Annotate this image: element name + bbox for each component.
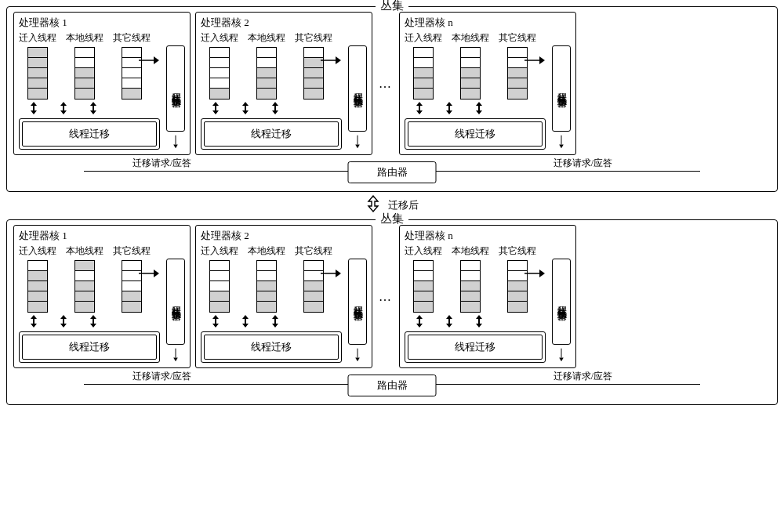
migration-request-response-label: 迁移请求/应答 (131, 370, 193, 383)
stack-label: 迁入线程 (19, 31, 56, 45)
stack-info-collector: 线程栈信息收集器 (348, 259, 367, 345)
stack-cell (257, 68, 276, 78)
stack-cell (28, 58, 47, 68)
core-title: 处理器核 n (405, 16, 571, 30)
thread-stack (256, 47, 277, 100)
thread-migration-box: 线程迁移 (201, 118, 342, 150)
stack-cell (257, 58, 276, 68)
stack-cell (257, 291, 276, 302)
router-row: 迁移请求/应答迁移请求/应答路由器 (13, 371, 771, 398)
thread-migration-box: 线程迁移 (19, 331, 160, 363)
stack-info-collector: 线程栈信息收集器 (166, 259, 185, 345)
stack-cell (461, 58, 480, 68)
stack-cell (304, 302, 323, 312)
stack-cell (304, 291, 323, 302)
stack-cell (257, 271, 276, 281)
up-down-arrow-icon (235, 314, 256, 328)
thread-stack-column: 本地线程 (66, 31, 103, 100)
stack-cell (304, 281, 323, 291)
stack-cell (75, 58, 94, 68)
right-arrow-icon (524, 55, 546, 66)
thread-migration-box: 线程迁移 (19, 118, 160, 150)
stack-cell (210, 78, 229, 89)
stack-cell (414, 68, 433, 78)
thread-stack-column: 本地线程 (452, 244, 489, 313)
stack-label: 其它线程 (113, 31, 151, 45)
up-down-arrow-icon (469, 314, 489, 328)
stack-label: 其它线程 (499, 244, 536, 258)
stack-cell (122, 302, 141, 312)
stack-cell (304, 89, 323, 99)
stack-cell (28, 281, 47, 291)
thread-stack (256, 260, 277, 313)
thread-stack-column: 迁入线程 (19, 31, 56, 100)
stack-cell (28, 271, 47, 281)
cluster: 丛集处理器核 1迁入线程本地线程其它线程线程迁移线程栈信息收集器处理器核 2迁入… (6, 6, 778, 192)
stack-cell (461, 281, 480, 291)
stack-info-collector: 线程栈信息收集器 (166, 45, 185, 132)
stack-cell (210, 291, 229, 302)
thread-migration-label: 线程迁移 (204, 335, 339, 360)
stack-cell (508, 89, 527, 99)
stack-cell (414, 48, 433, 58)
up-down-arrow-icon (24, 101, 44, 115)
stack-cell (210, 271, 229, 281)
stack-label: 其它线程 (499, 31, 536, 45)
stack-cell (304, 78, 323, 89)
thread-stack-column: 迁入线程 (405, 244, 442, 313)
stack-cell (508, 291, 527, 302)
up-down-arrow-icon (235, 101, 256, 115)
thread-migration-label: 线程迁移 (22, 121, 157, 147)
core-title: 处理器核 n (405, 229, 571, 243)
stack-cell (122, 281, 141, 291)
stack-cell (75, 78, 94, 89)
stack-cell (414, 261, 433, 271)
stack-cell (414, 281, 433, 291)
down-arrow-icon (170, 135, 181, 149)
stack-cell (210, 89, 229, 99)
thread-stack (460, 47, 481, 100)
stack-cell (461, 78, 480, 89)
stack-cell (28, 68, 47, 78)
stack-cell (210, 68, 229, 78)
down-arrow-icon (556, 348, 567, 362)
stack-cell (28, 302, 47, 312)
thread-stack-column: 本地线程 (66, 244, 103, 313)
core-title: 处理器核 2 (201, 229, 367, 243)
stack-cell (28, 291, 47, 302)
stack-label: 迁入线程 (201, 244, 238, 258)
stack-label: 其它线程 (295, 244, 332, 258)
stack-info-collector: 线程栈信息收集器 (552, 45, 571, 132)
stack-cell (257, 302, 276, 312)
right-arrow-icon (320, 55, 342, 66)
stack-label: 其它线程 (295, 31, 332, 45)
down-arrow-icon (352, 135, 363, 149)
right-arrow-icon (138, 268, 160, 279)
stack-cell (461, 291, 480, 302)
stack-cell (461, 89, 480, 99)
thread-stack-column: 迁入线程 (405, 31, 442, 100)
stack-cell (75, 271, 94, 281)
stack-cell (75, 48, 94, 58)
stack-label: 迁入线程 (19, 244, 56, 258)
right-arrow-icon (524, 268, 546, 279)
stack-cell (28, 48, 47, 58)
thread-migration-label: 线程迁移 (408, 121, 543, 147)
up-down-arrow-icon (83, 101, 103, 115)
down-arrow-icon (170, 348, 181, 362)
up-down-arrow-icon (409, 101, 430, 115)
stack-cell (461, 68, 480, 78)
ellipsis: … (377, 225, 394, 368)
thread-migration-box: 线程迁移 (405, 331, 546, 363)
up-down-arrow-icon (265, 314, 285, 328)
stack-cell (257, 261, 276, 271)
migration-request-response-label: 迁移请求/应答 (552, 157, 614, 170)
stack-cell (461, 302, 480, 312)
thread-migration-box: 线程迁移 (405, 118, 546, 150)
thread-stack (413, 260, 434, 313)
thread-stack (27, 47, 48, 100)
ellipsis: … (377, 12, 394, 155)
stack-label: 迁入线程 (405, 31, 442, 45)
thread-stack-column: 迁入线程 (201, 244, 238, 313)
stack-cell (210, 302, 229, 312)
